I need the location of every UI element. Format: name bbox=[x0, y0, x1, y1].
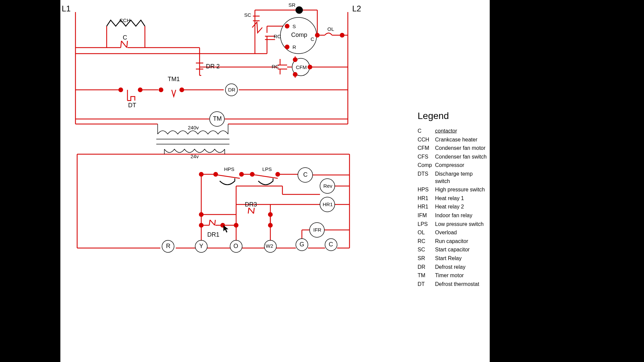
label-hr1: HR1 bbox=[323, 201, 333, 207]
legend-row: CompCompressor bbox=[418, 162, 488, 169]
legend-abbr: RC bbox=[418, 238, 432, 245]
label-c-contact: C bbox=[123, 34, 127, 41]
legend-row: SRStart Relay bbox=[418, 255, 488, 262]
svg-line-9 bbox=[127, 41, 127, 48]
legend-abbr: LPS bbox=[418, 221, 432, 228]
legend-abbr: SR bbox=[418, 255, 432, 262]
label-cch: CCH bbox=[119, 17, 130, 23]
legend-row: HR1Heat relay 2 bbox=[418, 203, 488, 210]
rail-l1: L1 bbox=[62, 4, 71, 13]
legend-row: DRDefrost relay bbox=[418, 263, 488, 271]
label-hps: HPS bbox=[224, 166, 234, 172]
legend-row: IFMIndoor fan relay bbox=[418, 212, 488, 219]
legend-def: High pressure switch bbox=[435, 186, 488, 193]
label-240v: 240v bbox=[188, 125, 199, 130]
label-24v: 24v bbox=[191, 154, 199, 159]
label-rev: Rev bbox=[323, 183, 332, 189]
svg-line-71 bbox=[249, 208, 254, 214]
terminal-o: O bbox=[233, 243, 238, 250]
legend-abbr: HPS bbox=[418, 186, 432, 193]
legend-row: LPSLow pressure switch bbox=[418, 221, 488, 228]
legend-row: CCHCrankcase heater bbox=[418, 136, 488, 143]
terminal-w2: W2 bbox=[266, 243, 273, 249]
legend-def: Condenser fan switch bbox=[435, 153, 488, 161]
legend-row: SCStart capacitor bbox=[418, 246, 488, 253]
label-rc1: RC bbox=[274, 34, 281, 39]
legend-row: CFMCondenser fan motor bbox=[418, 144, 488, 152]
legend-row: RCRun capacitor bbox=[418, 238, 488, 245]
legend-def: Run capacitor bbox=[435, 238, 488, 245]
legend-def: Defrost thermostat bbox=[435, 281, 488, 288]
terminal-g: G bbox=[300, 241, 304, 248]
legend-abbr: IFM bbox=[418, 212, 432, 219]
label-dt: DT bbox=[128, 102, 136, 109]
label-tm: TM bbox=[213, 115, 222, 122]
label-ifr: IFR bbox=[313, 227, 321, 233]
label-dr2: DR 2 bbox=[206, 63, 220, 70]
rail-l2: L2 bbox=[352, 4, 361, 13]
legend-def: Low pressure switch bbox=[435, 221, 488, 228]
legend-panel: Legend CcontactorCCHCrankcase heaterCFMC… bbox=[418, 111, 488, 289]
label-dr3: DR3 bbox=[245, 201, 257, 208]
svg-line-7 bbox=[121, 41, 121, 48]
label-cfm: CFM bbox=[296, 64, 307, 70]
terminal-r: R bbox=[166, 243, 170, 250]
svg-line-77 bbox=[215, 220, 215, 225]
legend-row: HPSHigh pressure switch bbox=[418, 186, 488, 193]
legend-row: HR1Heat relay 1 bbox=[418, 195, 488, 202]
legend-row: OLOverload bbox=[418, 229, 488, 236]
label-dr: DR bbox=[228, 87, 235, 93]
legend-row: DTSDischarge temp switch bbox=[418, 170, 488, 185]
label-rc2: RC bbox=[272, 64, 279, 69]
legend-def: Indoor fan relay bbox=[435, 212, 488, 219]
label-sc: SC bbox=[244, 12, 251, 18]
terminal-c: C bbox=[329, 241, 333, 248]
label-lps: LPS bbox=[262, 166, 272, 172]
label-rterm: R bbox=[292, 44, 296, 50]
terminal-y: Y bbox=[199, 243, 203, 250]
legend-abbr: CCH bbox=[418, 136, 432, 143]
legend-row: DTDefrost thermostat bbox=[418, 281, 488, 288]
legend-row: CFSCondenser fan switch bbox=[418, 153, 488, 161]
legend-def: Overload bbox=[435, 229, 488, 236]
legend-def: Start Relay bbox=[435, 255, 488, 262]
legend-def: Compressor bbox=[435, 162, 488, 169]
svg-line-72 bbox=[254, 208, 254, 214]
legend-abbr: DR bbox=[418, 263, 432, 271]
legend-title: Legend bbox=[418, 111, 488, 121]
label-c-coil: C bbox=[303, 171, 308, 178]
legend-def: Timer motor bbox=[435, 272, 488, 279]
label-sr: SR bbox=[288, 2, 296, 8]
legend-abbr: SC bbox=[418, 246, 432, 253]
legend-abbr: HR1 bbox=[418, 203, 432, 210]
legend-abbr: HR1 bbox=[418, 195, 432, 202]
legend-def: Heat relay 2 bbox=[435, 203, 488, 210]
legend-def: Condenser fan motor bbox=[435, 144, 488, 152]
legend-abbr: TM bbox=[418, 272, 432, 279]
label-dr1: DR1 bbox=[207, 231, 219, 238]
legend-def: Discharge temp switch bbox=[435, 170, 488, 185]
legend-abbr: DT bbox=[418, 281, 432, 288]
svg-line-76 bbox=[210, 220, 215, 225]
label-tm1: TM1 bbox=[168, 76, 180, 83]
legend-def: Defrost relay bbox=[435, 263, 488, 271]
legend-def: Start capacitor bbox=[435, 246, 488, 253]
legend-abbr: OL bbox=[418, 229, 432, 236]
label-ol: OL bbox=[327, 26, 334, 32]
legend-abbr: DTS bbox=[418, 170, 432, 178]
legend-abbr: CFM bbox=[418, 144, 432, 152]
svg-line-70 bbox=[248, 208, 249, 214]
canvas: L1 L2 CCH C SC SR RC S C R Comp OL DR 2 … bbox=[60, 0, 490, 362]
legend-row: TMTimer motor bbox=[418, 272, 488, 279]
legend-def: contactor bbox=[435, 127, 488, 135]
legend-row: Ccontactor bbox=[418, 127, 488, 135]
svg-line-75 bbox=[209, 220, 210, 225]
legend-abbr: Comp bbox=[418, 162, 432, 169]
legend-abbr: CFS bbox=[418, 153, 432, 161]
legend-def: Crankcase heater bbox=[435, 136, 488, 143]
label-cterm: C bbox=[311, 36, 314, 42]
svg-line-8 bbox=[121, 41, 127, 48]
legend-abbr: C bbox=[418, 127, 432, 135]
legend-def: Heat relay 1 bbox=[435, 195, 488, 202]
label-comp: Comp bbox=[291, 32, 307, 39]
